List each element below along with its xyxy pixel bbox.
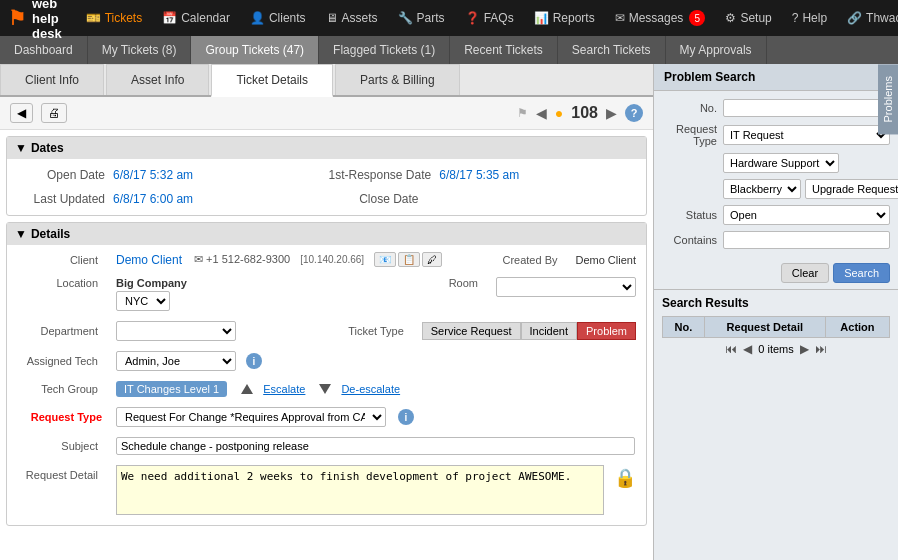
nav-faqs[interactable]: ❓ FAQs bbox=[457, 7, 522, 29]
client-icon-2[interactable]: 📋 bbox=[398, 252, 420, 267]
tab-my-approvals[interactable]: My Approvals bbox=[666, 36, 767, 64]
request-type-label: Request Type bbox=[17, 411, 102, 423]
messages-badge: 5 bbox=[689, 10, 705, 26]
next-ticket-button[interactable]: ▶ bbox=[606, 105, 617, 121]
last-page-button[interactable]: ⏭ bbox=[815, 342, 827, 356]
subject-input[interactable] bbox=[116, 437, 635, 455]
nav-reports[interactable]: 📊 Reports bbox=[526, 7, 603, 29]
ticket-type-problem[interactable]: Problem bbox=[577, 322, 636, 340]
tab-flagged-tickets[interactable]: Flagged Tickets (1) bbox=[319, 36, 450, 64]
nav-assets[interactable]: 🖥 Assets bbox=[318, 7, 386, 29]
hardware-support-select[interactable]: Hardware Support bbox=[723, 153, 839, 173]
tab-my-tickets[interactable]: My Tickets (8) bbox=[88, 36, 192, 64]
top-navbar: ⚑ web help desk 🎫 Tickets 📅 Calendar 👤 C… bbox=[0, 0, 898, 36]
assigned-tech-row: Assigned Tech Admin, Joe i bbox=[11, 348, 642, 374]
client-contact: ✉ +1 512-682-9300 bbox=[194, 253, 290, 266]
search-status-label: Status bbox=[662, 209, 717, 221]
pagination: ⏮ ◀ 0 items ▶ ⏭ bbox=[662, 338, 890, 360]
client-row: Client Demo Client ✉ +1 512-682-9300 [10… bbox=[11, 249, 642, 270]
request-detail-label: Request Detail bbox=[17, 465, 102, 481]
department-select[interactable] bbox=[116, 321, 236, 341]
search-no-input[interactable] bbox=[723, 99, 890, 117]
tab-client-info[interactable]: Client Info bbox=[0, 64, 104, 95]
details-section-body: Client Demo Client ✉ +1 512-682-9300 [10… bbox=[7, 245, 646, 525]
client-label: Client bbox=[17, 254, 102, 266]
open-date-label: Open Date bbox=[15, 168, 105, 182]
upgrade-request-select[interactable]: Upgrade Request bbox=[805, 179, 898, 199]
dates-collapse-icon: ▼ bbox=[15, 141, 27, 155]
tech-info-icon[interactable]: i bbox=[246, 353, 262, 369]
nav-parts-label: Parts bbox=[417, 11, 445, 25]
updated-date-value: 6/8/17 6:00 am bbox=[113, 192, 193, 206]
nav-faqs-label: FAQs bbox=[484, 11, 514, 25]
thwack-icon: 🔗 bbox=[847, 11, 862, 25]
request-type-info-icon[interactable]: i bbox=[398, 409, 414, 425]
department-label: Department bbox=[17, 325, 102, 337]
ticket-type-service[interactable]: Service Request bbox=[422, 322, 521, 340]
problem-search-header: Problem Search bbox=[654, 64, 898, 91]
nav-clients[interactable]: 👤 Clients bbox=[242, 7, 314, 29]
nav-tickets[interactable]: 🎫 Tickets bbox=[78, 7, 151, 29]
clear-button[interactable]: Clear bbox=[781, 263, 829, 283]
nav-help[interactable]: ? Help bbox=[784, 7, 835, 29]
next-page-button[interactable]: ▶ bbox=[800, 342, 809, 356]
search-status-select[interactable]: Open bbox=[723, 205, 890, 225]
search-results-header: Search Results bbox=[662, 296, 890, 310]
flag-icon[interactable]: ⚑ bbox=[517, 106, 528, 120]
escalate-link[interactable]: Escalate bbox=[263, 383, 305, 395]
location-city-select[interactable]: NYC bbox=[116, 291, 170, 311]
escalate-up-arrow[interactable] bbox=[241, 384, 253, 394]
tech-group-value: IT Changes Level 1 bbox=[116, 381, 227, 397]
client-action-icons: 📧 📋 🖊 bbox=[374, 252, 442, 267]
nav-calendar[interactable]: 📅 Calendar bbox=[154, 7, 238, 29]
client-icon-3[interactable]: 🖊 bbox=[422, 252, 442, 267]
deescalate-down-arrow[interactable] bbox=[319, 384, 331, 394]
details-section-title: Details bbox=[31, 227, 70, 241]
status-dot: ● bbox=[555, 105, 563, 121]
info-button[interactable]: ? bbox=[625, 104, 643, 122]
dates-section-header[interactable]: ▼ Dates bbox=[7, 137, 646, 159]
nav-thwack-label: Thwack bbox=[866, 11, 898, 25]
prev-page-button[interactable]: ◀ bbox=[743, 342, 752, 356]
blackberry-select[interactable]: Blackberry bbox=[723, 179, 801, 199]
search-request-type-select[interactable]: IT Request bbox=[723, 125, 890, 145]
assigned-tech-select[interactable]: Admin, Joe bbox=[116, 351, 236, 371]
prev-ticket-button[interactable]: ◀ bbox=[536, 105, 547, 121]
lock-icon[interactable]: 🔒 bbox=[614, 467, 636, 489]
response-date-row: 1st-Response Date 6/8/17 5:35 am bbox=[329, 165, 639, 185]
tab-search-tickets[interactable]: Search Tickets bbox=[558, 36, 666, 64]
details-section-header[interactable]: ▼ Details bbox=[7, 223, 646, 245]
back-button[interactable]: ◀ bbox=[10, 103, 33, 123]
col-request-detail: Request Detail bbox=[704, 317, 825, 338]
deescalate-link[interactable]: De-escalate bbox=[341, 383, 400, 395]
tab-group-tickets[interactable]: Group Tickets (47) bbox=[191, 36, 319, 64]
tab-asset-info[interactable]: Asset Info bbox=[106, 64, 209, 95]
location-label: Location bbox=[17, 277, 102, 289]
response-date-value: 6/8/17 5:35 am bbox=[439, 168, 519, 182]
col-no: No. bbox=[663, 317, 705, 338]
search-request-type-label: RequestType bbox=[662, 123, 717, 147]
client-name[interactable]: Demo Client bbox=[116, 253, 182, 267]
parts-icon: 🔧 bbox=[398, 11, 413, 25]
ticket-type-incident[interactable]: Incident bbox=[521, 322, 578, 340]
nav-thwack[interactable]: 🔗 Thwack bbox=[839, 7, 898, 29]
first-page-button[interactable]: ⏮ bbox=[725, 342, 737, 356]
print-button[interactable]: 🖨 bbox=[41, 103, 67, 123]
filter-row-1: Hardware Support bbox=[723, 153, 890, 173]
problems-side-tab[interactable]: Problems bbox=[878, 64, 898, 134]
search-contains-input[interactable] bbox=[723, 231, 890, 249]
nav-messages[interactable]: ✉ Messages 5 bbox=[607, 6, 714, 30]
room-select[interactable] bbox=[496, 277, 636, 297]
search-button[interactable]: Search bbox=[833, 263, 890, 283]
nav-parts[interactable]: 🔧 Parts bbox=[390, 7, 453, 29]
nav-clients-label: Clients bbox=[269, 11, 306, 25]
tab-parts-billing[interactable]: Parts & Billing bbox=[335, 64, 460, 95]
created-by-value: Demo Client bbox=[575, 254, 636, 266]
request-detail-textarea[interactable]: We need additional 2 weeks to finish dev… bbox=[116, 465, 604, 515]
nav-setup[interactable]: ⚙ Setup bbox=[717, 7, 779, 29]
tab-ticket-details[interactable]: Ticket Details bbox=[211, 64, 333, 97]
request-type-select[interactable]: Request For Change *Requires Approval fr… bbox=[116, 407, 386, 427]
tab-dashboard[interactable]: Dashboard bbox=[0, 36, 88, 64]
client-icon-1[interactable]: 📧 bbox=[374, 252, 396, 267]
tab-recent-tickets[interactable]: Recent Tickets bbox=[450, 36, 558, 64]
